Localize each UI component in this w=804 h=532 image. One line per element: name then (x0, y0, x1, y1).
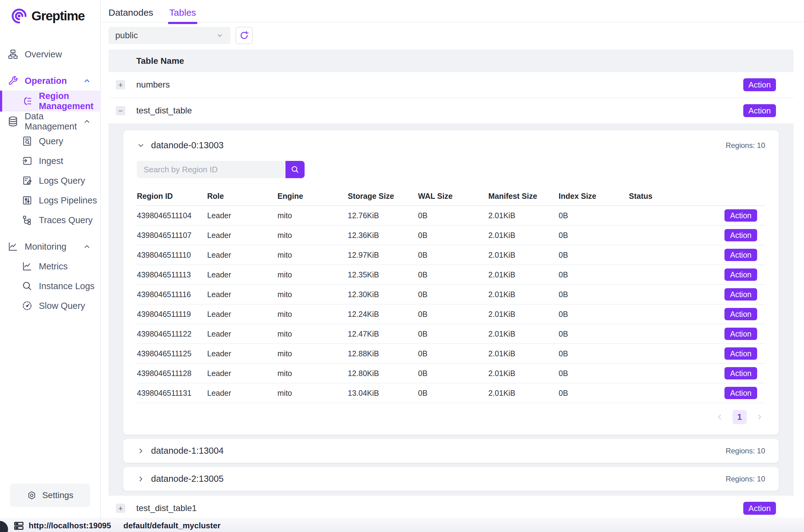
cluster-name[interactable]: default/default_mycluster (123, 521, 221, 530)
datanode-title: datanode-1:13004 (151, 446, 224, 456)
region-cell-index-size: 0B (559, 251, 629, 260)
region-cell-index-size: 0B (559, 211, 629, 220)
tab-datanodes[interactable]: Datanodes (109, 7, 153, 23)
sidebar-item-query[interactable]: Query (0, 131, 100, 151)
region-cell-region-id: 4398046511104 (137, 211, 207, 220)
next-page-icon[interactable] (755, 413, 763, 421)
chevron-up-icon[interactable] (83, 77, 91, 85)
datanode-0-header[interactable]: datanode-0:13003 Regions: 10 (137, 140, 765, 150)
previous-page-icon[interactable] (716, 413, 724, 421)
region-cell-role: Leader (207, 231, 277, 240)
region-action-button[interactable]: Action (725, 249, 757, 261)
region-action-button[interactable]: Action (725, 229, 757, 241)
sidebar-item-label: Traces Query (39, 215, 93, 225)
region-table-row: 4398046511113Leadermito12.35KiB0B2.01KiB… (137, 265, 765, 285)
sidebar-nav: Overview Operation (0, 44, 100, 483)
sidebar-item-label: Data Management (25, 111, 77, 132)
region-action-button[interactable]: Action (725, 209, 757, 222)
sidebar-item-data-management[interactable]: Data Management (0, 112, 100, 131)
region-cell-storage-size: 12.36KiB (348, 231, 418, 240)
expand-icon[interactable]: + (116, 80, 125, 89)
datanode-title: datanode-0:13003 (151, 140, 224, 150)
refresh-button[interactable] (235, 27, 253, 44)
region-cell-storage-size: 13.04KiB (348, 389, 418, 398)
sidebar-item-label: Logs Query (39, 176, 85, 186)
region-cell-engine: mito (277, 349, 348, 358)
region-table-row: 4398046511119Leadermito12.24KiB0B2.01KiB… (137, 305, 765, 324)
sidebar-item-traces-query[interactable]: Traces Query (0, 210, 100, 230)
region-action-cell: Action (725, 268, 765, 281)
region-cell-manifest-size: 2.01KiB (488, 389, 559, 398)
region-action-cell: Action (725, 367, 765, 379)
region-cell-wal-size: 0B (418, 251, 488, 260)
region-action-button[interactable]: Action (725, 367, 757, 379)
region-cell-engine: mito (277, 389, 348, 398)
region-action-button[interactable]: Action (725, 347, 757, 360)
region-cell-manifest-size: 2.01KiB (488, 290, 559, 299)
page-number[interactable]: 1 (732, 410, 747, 424)
region-cell-engine: mito (277, 211, 348, 220)
table-action-button[interactable]: Action (743, 104, 776, 117)
region-action-button[interactable]: Action (725, 268, 757, 281)
region-action-cell: Action (725, 209, 765, 222)
corner-floating-dot (0, 521, 8, 532)
collapse-icon[interactable]: − (116, 106, 125, 115)
region-search-input[interactable] (137, 161, 285, 178)
region-table-row: 4398046511131Leadermito13.04KiB0B2.01KiB… (137, 383, 765, 403)
sidebar-item-label: Instance Logs (39, 281, 95, 291)
chevron-up-icon[interactable] (83, 243, 91, 251)
chevron-up-icon[interactable] (83, 117, 91, 126)
region-cell-manifest-size: 2.01KiB (488, 349, 559, 358)
region-cell-engine: mito (277, 310, 348, 319)
toolbar: public (109, 27, 793, 44)
chevron-right-icon (137, 475, 145, 483)
datanode-0-card: datanode-0:13003 Regions: 10 (123, 130, 779, 435)
region-action-button[interactable]: Action (725, 328, 757, 340)
status-bar: http://localhost:19095 default/default_m… (0, 519, 804, 532)
sidebar-item-operation[interactable]: Operation (0, 71, 100, 91)
region-search (137, 161, 765, 178)
sidebar-item-metrics[interactable]: Metrics (0, 256, 100, 276)
sidebar-item-logs-query[interactable]: Logs Query (0, 171, 100, 190)
region-action-button[interactable]: Action (725, 308, 757, 320)
sidebar-item-monitoring[interactable]: Monitoring (0, 237, 100, 256)
region-action-cell: Action (725, 387, 765, 399)
sidebar-item-logs-pipelines[interactable]: Logs Pipelines (0, 190, 100, 210)
region-cell-storage-size: 12.35KiB (348, 270, 418, 279)
region-action-cell: Action (725, 229, 765, 241)
sidebar-item-region-management[interactable]: Region Management (0, 91, 100, 112)
datanode-2-header[interactable]: datanode-2:13005 Regions: 10 (137, 474, 765, 484)
table-action-button[interactable]: Action (743, 502, 776, 515)
sidebar-item-overview[interactable]: Overview (0, 44, 100, 64)
brand-logo: Greptime (0, 0, 100, 25)
region-search-button[interactable] (285, 161, 305, 178)
region-cell-manifest-size: 2.01KiB (488, 329, 559, 338)
tables-header-label: Table Name (136, 56, 184, 66)
table-action-button[interactable]: Action (743, 78, 776, 91)
greptime-spiral-logo-icon (11, 7, 28, 25)
region-cell-region-id: 4398046511125 (137, 349, 207, 358)
expand-icon[interactable]: + (116, 504, 125, 513)
sidebar-item-instance-logs[interactable]: Instance Logs (0, 276, 100, 296)
refresh-icon (239, 31, 249, 40)
region-cell-index-size: 0B (559, 389, 629, 398)
region-cell-role: Leader (207, 270, 277, 279)
region-action-button[interactable]: Action (725, 288, 757, 301)
region-table: Region ID Role Engine Storage Size WAL S… (137, 187, 765, 403)
content: public Table Name (101, 22, 804, 519)
sidebar-item-slow-query[interactable]: Slow Query (0, 296, 100, 316)
region-cell-index-size: 0B (559, 310, 629, 319)
region-action-cell: Action (725, 249, 765, 261)
schema-select[interactable]: public (109, 27, 231, 44)
region-action-button[interactable]: Action (725, 387, 757, 399)
settings-button[interactable]: Settings (10, 483, 90, 507)
tab-tables[interactable]: Tables (169, 7, 196, 23)
sidebar-item-ingest[interactable]: Ingest (0, 151, 100, 171)
datanode-1-header[interactable]: datanode-1:13004 Regions: 10 (137, 446, 765, 456)
region-cell-index-size: 0B (559, 369, 629, 378)
region-cell-region-id: 4398046511107 (137, 231, 207, 240)
region-cell-storage-size: 12.24KiB (348, 310, 418, 319)
region-action-cell: Action (725, 308, 765, 320)
server-url[interactable]: http://localhost:19095 (29, 521, 111, 530)
region-cell-wal-size: 0B (418, 231, 488, 240)
